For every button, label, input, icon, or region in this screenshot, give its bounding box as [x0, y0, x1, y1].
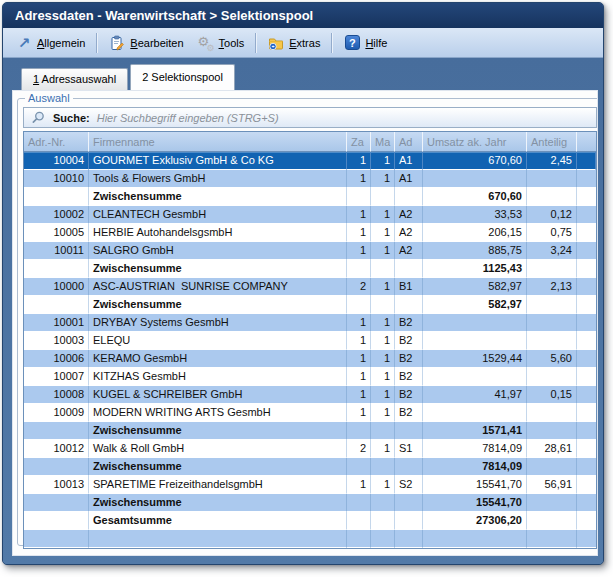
cell-name: Zwischensumme: [89, 260, 347, 278]
cell-za: 1: [347, 332, 371, 350]
table-row[interactable]: 10010Tools & Flowers GmbH11A1: [24, 170, 596, 188]
cell-anteilig: [527, 332, 577, 350]
cell-umsatz: 885,75: [423, 242, 527, 260]
cell-za: [347, 296, 371, 314]
cell-umsatz: 41,97: [423, 386, 527, 404]
cell-name: GOURMET Exklusiv GmbH & Co KG: [89, 152, 347, 170]
cell-filler: [577, 242, 596, 260]
column-header-filler: [577, 132, 596, 152]
cell-nr: [24, 494, 89, 512]
cell-za: 1: [347, 206, 371, 224]
cell-filler: [577, 440, 596, 458]
column-header-nr[interactable]: Adr.-Nr.: [24, 132, 89, 152]
cell-anteilig: [527, 494, 577, 512]
column-header-ma[interactable]: Ma: [371, 132, 395, 152]
search-input[interactable]: Hier Suchbegriff eingeben (STRG+S): [97, 112, 279, 124]
cell-filler: [577, 422, 596, 440]
cell-za: 1: [347, 368, 371, 386]
cell-za: 2: [347, 278, 371, 296]
cell-nr: 10008: [24, 386, 89, 404]
table-row[interactable]: 10011SALGRO GmbH11A2885,753,24: [24, 242, 596, 260]
cell-anteilig: [527, 188, 577, 206]
cell-umsatz: 1571,41: [423, 422, 527, 440]
column-header-za[interactable]: Za: [347, 132, 371, 152]
toolbar-button-hilfe[interactable]: ?Hilfe: [337, 33, 394, 53]
table-row[interactable]: 10004GOURMET Exklusiv GmbH & Co KG11A167…: [24, 152, 596, 170]
empty-row: [24, 530, 596, 548]
toolbar-separator: [331, 33, 333, 53]
column-header-umsatz[interactable]: Umsatz ak. Jahr: [423, 132, 527, 152]
table-row[interactable]: 10009MODERN WRITING ARTS GesmbH11B2: [24, 404, 596, 422]
toolbar-button-label: Allgemein: [37, 37, 85, 49]
cell-ad: B2: [395, 332, 423, 350]
table-row[interactable]: 10007KITZHAS GesmbH11B2: [24, 368, 596, 386]
cell-ma: [371, 458, 395, 476]
cell-ma: 1: [371, 440, 395, 458]
cell-filler: [577, 458, 596, 476]
column-header-anteilig[interactable]: Anteilig: [527, 132, 577, 152]
cell-anteilig: 0,12: [527, 206, 577, 224]
cell-ma: 1: [371, 242, 395, 260]
cell-umsatz: 1529,44: [423, 350, 527, 368]
cell-anteilig: 2,45: [527, 152, 577, 170]
cell-name: Zwischensumme: [89, 296, 347, 314]
cell-za: 1: [347, 242, 371, 260]
cell-nr: 10005: [24, 224, 89, 242]
table-row[interactable]: 10006KERAMO GesmbH11B21529,445,60: [24, 350, 596, 368]
toolbar-button-bearbeiten[interactable]: Bearbeiten: [102, 33, 190, 53]
table-row[interactable]: 10008KUGEL & SCHREIBER GmbH11B241,970,15: [24, 386, 596, 404]
column-header-ad[interactable]: Ad: [395, 132, 423, 152]
cell-name: ELEQU: [89, 332, 347, 350]
cell-ma: [371, 260, 395, 278]
cell-za: [347, 494, 371, 512]
cell-ma: 1: [371, 170, 395, 188]
subtotal-row: Zwischensumme582,97: [24, 296, 596, 314]
cell-za: 1: [347, 224, 371, 242]
search-label: Suche:: [53, 112, 90, 124]
table-row[interactable]: 10000ASC-AUSTRIAN SUNRISE COMPANY21B1582…: [24, 278, 596, 296]
cell-filler: [577, 512, 596, 530]
selection-table: Adr.-Nr.FirmennameZaMaAdUmsatz ak. JahrA…: [23, 131, 597, 549]
cell-anteilig: 0,15: [527, 386, 577, 404]
cell-ad: A2: [395, 224, 423, 242]
table-row[interactable]: 10005HERBIE AutohandelsgsmbH11A2206,150,…: [24, 224, 596, 242]
cell-za: [347, 260, 371, 278]
cell-nr: 10007: [24, 368, 89, 386]
cell-anteilig: 5,60: [527, 350, 577, 368]
cell-filler: [577, 188, 596, 206]
table-row[interactable]: 10001DRYBAY Systems GesmbH11B2: [24, 314, 596, 332]
cell-nr: 10012: [24, 440, 89, 458]
cell-filler: [577, 476, 596, 494]
cell-nr: [24, 188, 89, 206]
toolbar-button-allgemein[interactable]: ↗Allgemein: [9, 33, 92, 53]
cell-nr: [24, 422, 89, 440]
table-row[interactable]: 10003ELEQU11B2: [24, 332, 596, 350]
cell-ad: B1: [395, 278, 423, 296]
cell-anteilig: [527, 422, 577, 440]
cell-ma: 1: [371, 314, 395, 332]
column-header-name[interactable]: Firmenname: [89, 132, 347, 152]
cell-filler: [577, 260, 596, 278]
groupbox-label: Auswahl: [25, 92, 73, 104]
cell-ma: 1: [371, 224, 395, 242]
cell-ad: A2: [395, 206, 423, 224]
search-bar[interactable]: Suche: Hier Suchbegriff eingeben (STRG+S…: [23, 107, 597, 128]
auswahl-groupbox: Auswahl Suche: Hier Suchbegriff eingeben…: [17, 92, 598, 546]
tab-selektionspool[interactable]: 2 Selektionspool: [130, 64, 235, 90]
subtotal-row: Zwischensumme1125,43: [24, 260, 596, 278]
cell-za: 1: [347, 314, 371, 332]
cell-umsatz: 206,15: [423, 224, 527, 242]
cell-filler: [577, 332, 596, 350]
toolbar-button-tools[interactable]: ⚙⚙Tools: [191, 33, 252, 53]
cell-ad: [395, 422, 423, 440]
toolbar-button-extras[interactable]: Extras: [261, 33, 327, 53]
table-row[interactable]: 10002CLEANTECH GesmbH11A233,530,12: [24, 206, 596, 224]
arrow-up-right-icon: ↗: [16, 35, 32, 51]
subtotal-row: Zwischensumme670,60: [24, 188, 596, 206]
cell-umsatz: 15541,70: [423, 476, 527, 494]
table-row[interactable]: 10013SPARETIME FreizeithandelsgmbH11S215…: [24, 476, 596, 494]
tab-adressauswahl[interactable]: 1 Adressauswahl: [21, 68, 128, 90]
subtotal-row: Zwischensumme15541,70: [24, 494, 596, 512]
table-row[interactable]: 10012Walk & Roll GmbH21S17814,0928,61: [24, 440, 596, 458]
cell-filler: [577, 386, 596, 404]
